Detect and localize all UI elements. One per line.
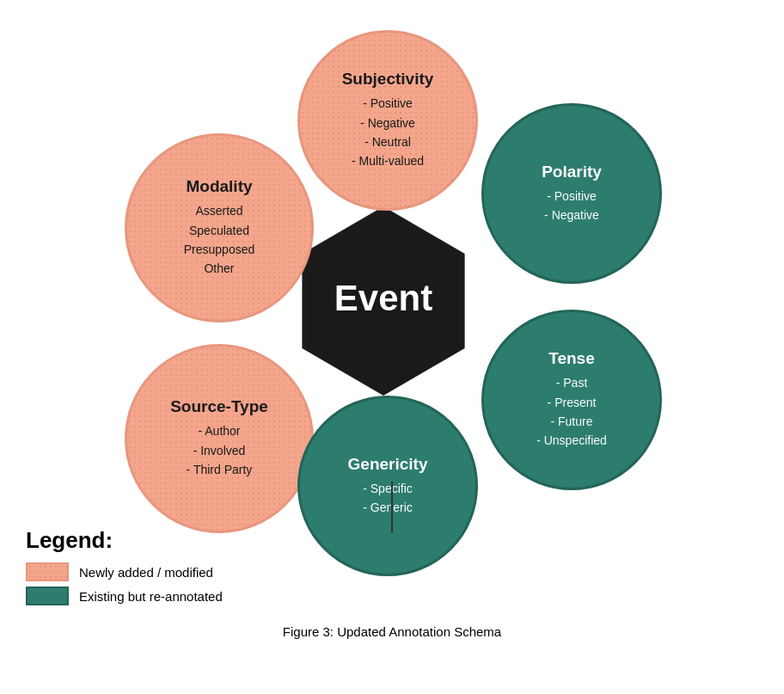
legend-item-teal: Existing but re-annotated [26,587,309,605]
legend-label-teal: Existing but re-annotated [79,589,223,604]
subjectivity-item-3: - Neutral [364,132,411,151]
source-type-item-3: - Third Party [187,460,253,479]
event-circle: Event [289,206,478,396]
genericity-item-1: - Specific [363,479,413,498]
polarity-item-1: - Positive [547,187,597,206]
modality-item-3: Presupposed [184,240,255,259]
polarity-title: Polarity [542,163,602,181]
legend-swatch-teal [26,587,69,605]
tense-circle: Tense - Past - Present - Future - Unspec… [481,310,662,490]
genericity-item-2: - Generic [363,498,413,517]
legend: Legend: Newly added / modified Existing … [17,519,318,619]
subjectivity-circle: Subjectivity - Positive - Negative - Neu… [297,30,478,211]
event-label: Event [334,278,432,319]
subjectivity-item-1: - Positive [363,94,413,113]
genericity-title: Genericity [348,455,428,474]
modality-circle: Modality Asserted Speculated Presupposed… [125,133,314,322]
subjectivity-title: Subjectivity [342,70,434,89]
figure-caption: Figure 3: Updated Annotation Schema [0,619,784,644]
source-type-circle: Source-Type - Author - Involved - Third … [125,344,314,533]
legend-swatch-salmon [26,562,69,581]
source-type-title: Source-Type [170,397,268,416]
tense-item-3: - Future [550,412,592,431]
tense-title: Tense [548,349,595,368]
legend-title: Legend: [26,527,309,554]
legend-item-salmon: Newly added / modified [26,562,309,581]
legend-label-salmon: Newly added / modified [79,565,213,580]
modality-item-4: Other [204,259,234,278]
tense-item-1: - Past [556,373,588,392]
subjectivity-item-2: - Negative [360,114,415,132]
polarity-circle: Polarity - Positive - Negative [481,103,662,284]
tense-item-4: - Unspecified [536,431,607,450]
source-type-item-1: - Author [198,421,240,440]
modality-item-2: Speculated [189,221,249,240]
modality-title: Modality [186,177,252,196]
polarity-item-2: - Negative [544,206,599,224]
source-type-item-2: - Involved [193,441,246,460]
modality-item-1: Asserted [195,201,242,220]
genericity-circle: Genericity - Specific - Generic [297,396,478,576]
caption-line [391,482,393,533]
tense-item-2: - Present [548,393,597,412]
subjectivity-item-4: - Multi-valued [352,151,424,170]
diagram-container: Event Subjectivity - Positive - Negative… [0,0,784,619]
